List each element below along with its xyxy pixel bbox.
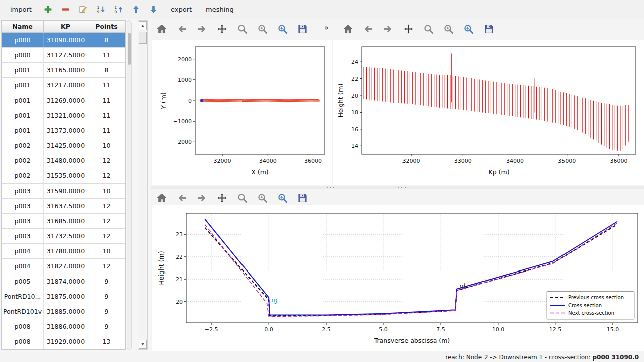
table-row[interactable]: p00331590.000010 (2, 184, 125, 199)
table-cell-kp: 31827.0000 (44, 259, 88, 274)
inspect-icon[interactable] (442, 22, 455, 35)
save-icon[interactable] (296, 22, 309, 35)
table-cell-name: PontRD101v (2, 304, 44, 319)
svg-text:24: 24 (351, 59, 358, 65)
sort-ascending-icon[interactable]: 19 (96, 4, 107, 15)
remove-icon[interactable] (60, 4, 71, 15)
table-row[interactable]: p00831886.00009 (2, 319, 125, 334)
svg-text:Transverse abscissa (m): Transverse abscissa (m) (374, 337, 450, 344)
zoom-icon[interactable] (422, 22, 435, 35)
plan-view-canvas[interactable]: 320003400036000−2000−1000010002000X (m)Y… (152, 40, 332, 185)
table-scrollbar[interactable] (127, 20, 132, 350)
home-icon[interactable] (341, 22, 354, 35)
svg-text:34000: 34000 (259, 158, 277, 164)
plots-area: » 320003400036000−2000−1000010002000X (m… (151, 19, 644, 352)
table-row[interactable]: p00131269.000011 (2, 93, 125, 108)
scroll-up-button[interactable]: ▲ (139, 21, 147, 30)
panel-scrollbar[interactable]: ▲ ▼ (138, 20, 148, 350)
zoom-region-icon[interactable] (276, 191, 289, 204)
svg-text:5.0: 5.0 (379, 326, 388, 333)
toolbar-overflow-button[interactable]: » (324, 23, 329, 32)
table-row[interactable]: p00231480.000012 (2, 153, 125, 168)
edit-icon[interactable] (78, 4, 89, 15)
table-row[interactable]: p00031127.500011 (2, 48, 125, 63)
zoom-region-icon[interactable] (276, 22, 289, 35)
forward-icon[interactable] (195, 22, 208, 35)
table-cell-points: 9 (88, 319, 125, 334)
table-row[interactable]: p00431780.000010 (2, 244, 125, 259)
save-icon[interactable] (296, 191, 309, 204)
back-icon[interactable] (361, 22, 374, 35)
meshing-button[interactable]: meshing (201, 3, 239, 16)
table-row[interactable]: PontRD10...31875.00009 (2, 289, 125, 304)
home-icon[interactable] (155, 22, 168, 35)
zoom-region-icon[interactable] (462, 22, 475, 35)
inspect-icon[interactable] (256, 22, 269, 35)
table-row[interactable]: p00331685.000012 (2, 214, 125, 229)
table-row[interactable]: p00431827.000012 (2, 259, 125, 274)
scroll-down-button[interactable]: ▼ (139, 340, 147, 349)
svg-text:Kp (m): Kp (m) (488, 168, 509, 176)
home-icon[interactable] (155, 191, 168, 204)
zoom-icon[interactable] (235, 22, 249, 35)
table-cell-kp: 31090.0000 (44, 33, 88, 47)
table-row[interactable]: p00131321.000011 (2, 108, 125, 123)
import-button[interactable]: import (5, 3, 37, 16)
svg-text:32000: 32000 (214, 158, 231, 164)
export-button[interactable]: export (166, 3, 197, 16)
table-cell-kp: 31780.0000 (44, 244, 88, 258)
back-icon[interactable] (175, 191, 188, 204)
main-toolbar: import 1919 export meshing (0, 0, 644, 19)
table-row[interactable]: p00131373.000011 (2, 123, 125, 138)
svg-text:35000: 35000 (558, 158, 576, 164)
splitter-handle[interactable] (397, 187, 407, 188)
move-down-icon[interactable] (148, 4, 159, 15)
longitudinal-profile-canvas[interactable]: 3200033000340003500036000141618202224Kp … (333, 40, 644, 185)
table-cell-points: 9 (88, 304, 125, 319)
splitter-handle[interactable] (326, 187, 335, 188)
sort-descending-icon[interactable]: 19 (113, 4, 124, 15)
column-header-kp[interactable]: KP (44, 21, 88, 32)
table-row[interactable]: p00531874.00009 (2, 274, 125, 289)
table-row[interactable]: p00331732.500012 (2, 229, 125, 244)
table-row[interactable]: p00331637.500012 (2, 199, 125, 214)
forward-icon[interactable] (195, 191, 208, 204)
move-up-icon[interactable] (131, 4, 142, 15)
svg-text:20: 20 (176, 299, 183, 305)
cross_section-plot[interactable]: −2.50.02.55.07.510.012.515.020212223Tran… (152, 205, 644, 351)
table-cell-name: p003 (2, 199, 44, 213)
back-icon[interactable] (175, 22, 188, 35)
table-row[interactable]: p00131165.00008 (2, 63, 125, 78)
pan-icon[interactable] (215, 22, 228, 35)
svg-text:Height (m): Height (m) (337, 83, 344, 117)
table-cell-points: 11 (88, 93, 125, 108)
status-cross-section: p000 31090.0 (593, 354, 639, 361)
table-row[interactable]: PontRD101v31885.00009 (2, 304, 125, 319)
cross-section-canvas[interactable]: −2.50.02.55.07.510.012.515.020212223Tran… (152, 205, 644, 351)
forward-icon[interactable] (381, 22, 394, 35)
table-row[interactable]: p00231535.000012 (2, 168, 125, 184)
table-row[interactable]: p00131217.000011 (2, 78, 125, 93)
add-icon[interactable] (43, 4, 54, 15)
svg-text:2000: 2000 (178, 56, 192, 63)
inspect-icon[interactable] (256, 191, 269, 204)
table-row[interactable]: p00231425.000010 (2, 138, 125, 153)
table-row[interactable]: p00031090.00008 (2, 33, 125, 48)
table-row[interactable]: p00831929.000013 (2, 334, 125, 349)
column-header-name[interactable]: Name (2, 21, 44, 32)
horizontal-splitter[interactable] (151, 186, 644, 189)
pan-icon[interactable] (401, 22, 415, 35)
svg-text:36000: 36000 (304, 158, 322, 164)
pan-icon[interactable] (215, 191, 228, 204)
save-icon[interactable] (482, 22, 495, 35)
table-scrollbar-thumb[interactable] (128, 33, 131, 65)
column-header-points[interactable]: Points (88, 21, 125, 32)
table-cell-name: p001 (2, 123, 44, 138)
svg-text:Next cross-section: Next cross-section (568, 310, 614, 316)
longitudinal_profile-plot[interactable]: 3200033000340003500036000141618202224Kp … (333, 40, 644, 185)
plan_view-plot[interactable]: 320003400036000−2000−1000010002000X (m)Y… (152, 40, 332, 185)
table-cell-points: 13 (88, 334, 125, 349)
zoom-icon[interactable] (235, 191, 249, 204)
status-bar: reach: Node 2 -> Downstream 1 - cross-se… (0, 352, 644, 362)
panel-scrollbar-thumb[interactable] (139, 32, 147, 44)
